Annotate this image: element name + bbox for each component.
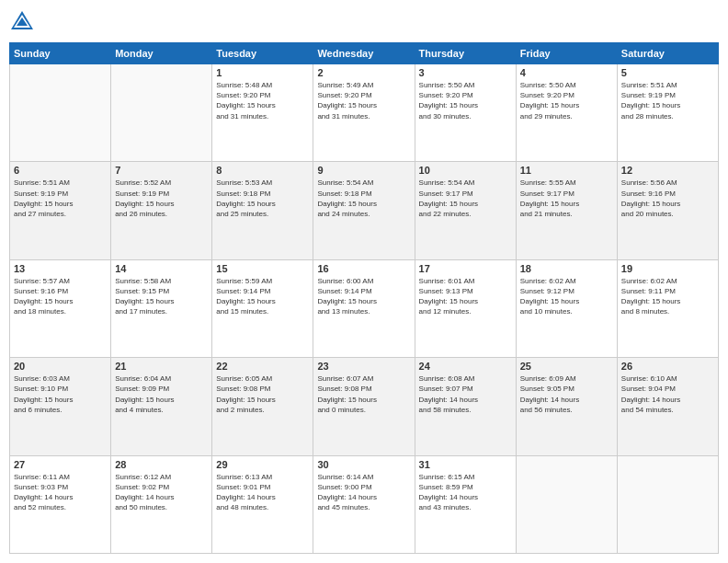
day-info: Sunrise: 5:50 AM Sunset: 9:20 PM Dayligh… xyxy=(419,80,512,121)
day-info: Sunrise: 5:53 AM Sunset: 9:18 PM Dayligh… xyxy=(216,178,309,219)
day-info: Sunrise: 6:00 AM Sunset: 9:14 PM Dayligh… xyxy=(317,276,410,317)
day-number: 21 xyxy=(115,361,208,372)
calendar-cell: 6Sunrise: 5:51 AM Sunset: 9:19 PM Daylig… xyxy=(10,162,111,259)
day-number: 15 xyxy=(216,263,309,274)
page: SundayMondayTuesdayWednesdayThursdayFrid… xyxy=(0,0,728,563)
calendar-cell: 21Sunrise: 6:04 AM Sunset: 9:09 PM Dayli… xyxy=(111,358,212,455)
calendar-cell: 28Sunrise: 6:12 AM Sunset: 9:02 PM Dayli… xyxy=(111,455,212,553)
day-info: Sunrise: 5:56 AM Sunset: 9:16 PM Dayligh… xyxy=(621,178,714,219)
calendar-cell xyxy=(617,455,718,553)
day-number: 14 xyxy=(115,263,208,274)
calendar-cell: 1Sunrise: 5:48 AM Sunset: 9:20 PM Daylig… xyxy=(212,64,313,162)
calendar-cell xyxy=(111,64,212,162)
day-info: Sunrise: 5:48 AM Sunset: 9:20 PM Dayligh… xyxy=(216,80,309,121)
calendar-week-row: 1Sunrise: 5:48 AM Sunset: 9:20 PM Daylig… xyxy=(10,64,719,162)
day-number: 17 xyxy=(419,263,512,274)
day-info: Sunrise: 5:54 AM Sunset: 9:18 PM Dayligh… xyxy=(317,178,410,219)
calendar-week-row: 6Sunrise: 5:51 AM Sunset: 9:19 PM Daylig… xyxy=(10,162,719,259)
calendar-cell xyxy=(10,64,111,162)
day-info: Sunrise: 6:01 AM Sunset: 9:13 PM Dayligh… xyxy=(419,276,512,317)
calendar-week-row: 27Sunrise: 6:11 AM Sunset: 9:03 PM Dayli… xyxy=(10,455,719,553)
day-info: Sunrise: 6:11 AM Sunset: 9:03 PM Dayligh… xyxy=(14,472,107,513)
day-number: 13 xyxy=(14,263,107,274)
day-number: 1 xyxy=(216,67,309,78)
day-info: Sunrise: 6:08 AM Sunset: 9:07 PM Dayligh… xyxy=(419,373,512,415)
calendar-cell: 12Sunrise: 5:56 AM Sunset: 9:16 PM Dayli… xyxy=(617,162,718,259)
day-number: 4 xyxy=(520,67,613,78)
weekday-header-thursday: Thursday xyxy=(415,43,516,64)
calendar-cell: 20Sunrise: 6:03 AM Sunset: 9:10 PM Dayli… xyxy=(10,358,111,455)
calendar-table: SundayMondayTuesdayWednesdayThursdayFrid… xyxy=(9,42,719,554)
calendar-cell: 19Sunrise: 6:02 AM Sunset: 9:11 PM Dayli… xyxy=(617,259,718,357)
calendar-cell: 26Sunrise: 6:10 AM Sunset: 9:04 PM Dayli… xyxy=(617,358,718,455)
day-number: 12 xyxy=(621,165,714,176)
calendar-cell: 5Sunrise: 5:51 AM Sunset: 9:19 PM Daylig… xyxy=(617,64,718,162)
calendar-cell: 8Sunrise: 5:53 AM Sunset: 9:18 PM Daylig… xyxy=(212,162,313,259)
day-number: 10 xyxy=(419,165,512,176)
day-number: 30 xyxy=(317,459,410,470)
day-number: 22 xyxy=(216,361,309,372)
day-info: Sunrise: 6:13 AM Sunset: 9:01 PM Dayligh… xyxy=(216,472,309,513)
calendar-cell: 27Sunrise: 6:11 AM Sunset: 9:03 PM Dayli… xyxy=(10,455,111,553)
header xyxy=(9,9,719,35)
day-info: Sunrise: 5:50 AM Sunset: 9:20 PM Dayligh… xyxy=(520,80,613,121)
calendar-cell: 22Sunrise: 6:05 AM Sunset: 9:08 PM Dayli… xyxy=(212,358,313,455)
day-info: Sunrise: 6:04 AM Sunset: 9:09 PM Dayligh… xyxy=(115,373,208,415)
weekday-header-row: SundayMondayTuesdayWednesdayThursdayFrid… xyxy=(10,43,719,64)
day-number: 19 xyxy=(621,263,714,274)
calendar-cell: 4Sunrise: 5:50 AM Sunset: 9:20 PM Daylig… xyxy=(516,64,617,162)
day-number: 2 xyxy=(317,67,410,78)
day-info: Sunrise: 6:02 AM Sunset: 9:11 PM Dayligh… xyxy=(621,276,714,317)
day-number: 23 xyxy=(317,361,410,372)
day-number: 27 xyxy=(14,459,107,470)
day-info: Sunrise: 6:03 AM Sunset: 9:10 PM Dayligh… xyxy=(14,373,107,415)
calendar-cell: 29Sunrise: 6:13 AM Sunset: 9:01 PM Dayli… xyxy=(212,455,313,553)
calendar-cell: 23Sunrise: 6:07 AM Sunset: 9:08 PM Dayli… xyxy=(313,358,415,455)
day-info: Sunrise: 6:07 AM Sunset: 9:08 PM Dayligh… xyxy=(317,373,410,415)
calendar-cell: 2Sunrise: 5:49 AM Sunset: 9:20 PM Daylig… xyxy=(313,64,415,162)
calendar-week-row: 13Sunrise: 5:57 AM Sunset: 9:16 PM Dayli… xyxy=(10,259,719,357)
weekday-header-saturday: Saturday xyxy=(617,43,718,64)
calendar-cell: 18Sunrise: 6:02 AM Sunset: 9:12 PM Dayli… xyxy=(516,259,617,357)
calendar-cell: 3Sunrise: 5:50 AM Sunset: 9:20 PM Daylig… xyxy=(415,64,516,162)
day-info: Sunrise: 6:14 AM Sunset: 9:00 PM Dayligh… xyxy=(317,472,410,513)
logo-icon xyxy=(9,9,35,35)
day-info: Sunrise: 6:12 AM Sunset: 9:02 PM Dayligh… xyxy=(115,472,208,513)
day-info: Sunrise: 5:52 AM Sunset: 9:19 PM Dayligh… xyxy=(115,178,208,219)
calendar-cell: 14Sunrise: 5:58 AM Sunset: 9:15 PM Dayli… xyxy=(111,259,212,357)
day-info: Sunrise: 6:15 AM Sunset: 8:59 PM Dayligh… xyxy=(419,472,512,513)
day-info: Sunrise: 5:59 AM Sunset: 9:14 PM Dayligh… xyxy=(216,276,309,317)
day-info: Sunrise: 6:02 AM Sunset: 9:12 PM Dayligh… xyxy=(520,276,613,317)
calendar-cell: 13Sunrise: 5:57 AM Sunset: 9:16 PM Dayli… xyxy=(10,259,111,357)
day-info: Sunrise: 5:51 AM Sunset: 9:19 PM Dayligh… xyxy=(621,80,714,121)
calendar-cell: 16Sunrise: 6:00 AM Sunset: 9:14 PM Dayli… xyxy=(313,259,415,357)
calendar-cell: 9Sunrise: 5:54 AM Sunset: 9:18 PM Daylig… xyxy=(313,162,415,259)
day-number: 8 xyxy=(216,165,309,176)
day-number: 9 xyxy=(317,165,410,176)
day-info: Sunrise: 6:05 AM Sunset: 9:08 PM Dayligh… xyxy=(216,373,309,415)
weekday-header-sunday: Sunday xyxy=(10,43,111,64)
day-info: Sunrise: 5:54 AM Sunset: 9:17 PM Dayligh… xyxy=(419,178,512,219)
calendar-cell xyxy=(516,455,617,553)
day-number: 24 xyxy=(419,361,512,372)
calendar-cell: 11Sunrise: 5:55 AM Sunset: 9:17 PM Dayli… xyxy=(516,162,617,259)
day-info: Sunrise: 5:51 AM Sunset: 9:19 PM Dayligh… xyxy=(14,178,107,219)
calendar-cell: 30Sunrise: 6:14 AM Sunset: 9:00 PM Dayli… xyxy=(313,455,415,553)
day-info: Sunrise: 6:09 AM Sunset: 9:05 PM Dayligh… xyxy=(520,373,613,415)
calendar-week-row: 20Sunrise: 6:03 AM Sunset: 9:10 PM Dayli… xyxy=(10,358,719,455)
day-number: 16 xyxy=(317,263,410,274)
day-number: 3 xyxy=(419,67,512,78)
day-info: Sunrise: 5:49 AM Sunset: 9:20 PM Dayligh… xyxy=(317,80,410,121)
day-info: Sunrise: 6:10 AM Sunset: 9:04 PM Dayligh… xyxy=(621,373,714,415)
weekday-header-wednesday: Wednesday xyxy=(313,43,415,64)
day-number: 18 xyxy=(520,263,613,274)
day-number: 5 xyxy=(621,67,714,78)
weekday-header-friday: Friday xyxy=(516,43,617,64)
day-number: 26 xyxy=(621,361,714,372)
day-info: Sunrise: 5:58 AM Sunset: 9:15 PM Dayligh… xyxy=(115,276,208,317)
calendar-cell: 10Sunrise: 5:54 AM Sunset: 9:17 PM Dayli… xyxy=(415,162,516,259)
calendar-cell: 17Sunrise: 6:01 AM Sunset: 9:13 PM Dayli… xyxy=(415,259,516,357)
calendar-cell: 25Sunrise: 6:09 AM Sunset: 9:05 PM Dayli… xyxy=(516,358,617,455)
day-number: 28 xyxy=(115,459,208,470)
calendar-cell: 31Sunrise: 6:15 AM Sunset: 8:59 PM Dayli… xyxy=(415,455,516,553)
